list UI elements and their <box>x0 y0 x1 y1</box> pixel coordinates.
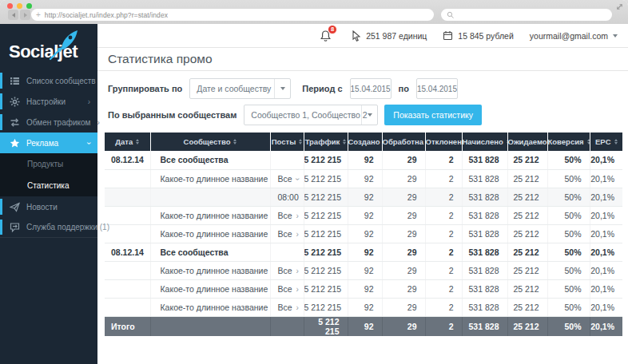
column-label: Отклонено <box>426 137 463 146</box>
sidebar-menu-bottom: Новости Служба поддержки (1) <box>0 196 97 238</box>
chevron-right-icon: › <box>296 230 299 239</box>
sidebar-item-label: Обмен трафиком <box>26 118 90 127</box>
period-to-input[interactable] <box>416 78 458 99</box>
metric-cell: 531 828 <box>462 151 507 169</box>
metric-cell: 531 828 <box>462 206 507 224</box>
posts-cell[interactable]: Все› <box>270 169 304 188</box>
table-footer: Итого5 212 21592292531 82825 21250%20,1% <box>105 316 622 336</box>
gear-icon <box>9 97 20 107</box>
money-balance[interactable]: 15 845 рублей <box>443 30 514 41</box>
totals-metric-cell: 92 <box>348 316 382 336</box>
table-row: Какое-то длинное названиеВсе›5 212 21592… <box>105 298 622 316</box>
column-header-9[interactable]: Коверсия <box>547 133 590 151</box>
metric-cell: 20,1% <box>590 169 622 188</box>
period-from-input[interactable] <box>350 78 392 99</box>
sidebar-item-news[interactable]: Новости <box>0 196 97 217</box>
sidebar-item-communities[interactable]: Список сообществ <box>0 70 97 91</box>
filter-row-1: Группировать по Дате и сообществу Период… <box>108 78 618 99</box>
communities-select[interactable]: Сообщество 1, Сообщество 2 <box>244 105 378 125</box>
sidebar-item-label: Служба поддержки (1) <box>26 223 109 231</box>
posts-cell[interactable]: Все› <box>270 261 304 279</box>
browser-search-field[interactable] <box>441 9 612 21</box>
logo[interactable]: Socialjet <box>0 24 97 70</box>
metric-cell: 29 <box>382 188 425 206</box>
show-statistics-button[interactable]: Показать статистику <box>384 105 482 125</box>
column-header-1[interactable]: Сообщество <box>150 133 270 151</box>
communities-value: Сообщество 1, Сообщество 2 <box>251 110 367 120</box>
column-header-2[interactable]: Посты <box>270 133 304 151</box>
sidebar-menu: Список сообществ Настройки › Обмен тра <box>0 70 97 153</box>
expand-icon[interactable] <box>615 2 624 11</box>
sidebar-subitem-label: Продукты <box>27 160 63 168</box>
column-header-3[interactable]: Траффик <box>304 133 348 151</box>
metric-cell: 29 <box>382 206 425 224</box>
browser-chrome: + http://socialjet.ru/index.php?r=stat/i… <box>0 0 628 24</box>
totals-metric-cell: 29 <box>382 316 425 336</box>
column-header-5[interactable]: Обработна <box>382 133 425 151</box>
metric-cell: 2 <box>425 151 462 169</box>
zoom-window-button[interactable] <box>26 3 32 9</box>
metric-cell: 20,1% <box>590 188 622 206</box>
column-label: Ожидаемо <box>508 137 547 146</box>
metric-cell: 50% <box>547 261 590 279</box>
sidebar-subitem-statistics[interactable]: Статистика <box>0 175 97 196</box>
user-account-menu[interactable]: yourmail@gmail.com <box>530 31 618 41</box>
column-header-0[interactable]: Дата <box>105 133 150 151</box>
community-cell: Какое-то длинное название <box>150 261 270 279</box>
date-cell: 08.12.14 <box>105 243 150 261</box>
minimize-window-button[interactable] <box>17 3 22 9</box>
group-by-select[interactable]: Дате и сообществу <box>189 78 291 99</box>
forward-icon <box>24 13 27 18</box>
metric-cell: 20,1% <box>590 279 622 298</box>
browser-window: + http://socialjet.ru/index.php?r=stat/i… <box>0 0 628 364</box>
metric-cell: 2 <box>425 224 462 243</box>
sidebar-item-label: Новости <box>26 203 58 212</box>
column-header-7[interactable]: Начислено <box>462 133 507 151</box>
posts-label: Все <box>278 174 292 184</box>
metric-cell: 25 212 <box>507 151 547 169</box>
sidebar-item-advertising[interactable]: Реклама › <box>0 133 97 153</box>
metric-cell: 50% <box>547 279 590 298</box>
column-header-4[interactable]: Создано <box>348 133 382 151</box>
posts-label: Все <box>278 211 292 220</box>
sidebar-subitem-products[interactable]: Продукты <box>0 153 97 175</box>
address-bar[interactable]: + http://socialjet.ru/index.php?r=stat/i… <box>31 9 434 21</box>
caret-down-icon <box>361 105 377 125</box>
group-by-value: Дате и сообществу <box>197 84 271 93</box>
sort-icon <box>587 139 590 144</box>
posts-cell[interactable]: Все› <box>270 206 304 224</box>
cursor-icon <box>351 30 361 42</box>
date-cell <box>105 206 150 224</box>
column-label: Дата <box>115 137 133 146</box>
chevron-right-icon: › <box>88 97 90 106</box>
sort-icon <box>233 139 236 144</box>
sidebar-item-settings[interactable]: Настройки › <box>0 91 97 112</box>
close-window-button[interactable] <box>7 3 13 9</box>
back-button[interactable] <box>8 10 18 20</box>
forward-button[interactable] <box>20 10 30 20</box>
metric-cell: 25 212 <box>507 169 547 188</box>
column-label: Посты <box>272 137 296 146</box>
date-cell <box>105 169 150 188</box>
metric-cell: 50% <box>547 243 590 261</box>
posts-cell[interactable]: Все› <box>270 224 304 243</box>
metric-cell: 25 212 <box>507 261 547 279</box>
sidebar-item-support[interactable]: Служба поддержки (1) <box>0 217 97 238</box>
column-header-10[interactable]: EPC <box>590 133 622 151</box>
units-balance[interactable]: 251 987 единиц <box>351 30 427 42</box>
posts-label: Все <box>278 284 292 294</box>
community-cell: Все сообщества <box>150 243 270 261</box>
posts-cell[interactable]: Все› <box>270 279 304 298</box>
metric-cell: 5 212 215 <box>304 298 348 316</box>
column-header-8[interactable]: Ожидаемо <box>507 133 547 151</box>
column-header-6[interactable]: Отклонено <box>425 133 462 151</box>
column-label: Обработна <box>383 137 423 146</box>
community-cell: Все сообщества <box>150 151 270 169</box>
metric-cell: 5 212 215 <box>304 279 348 298</box>
posts-cell[interactable]: Все› <box>270 298 304 316</box>
metric-cell: 20,1% <box>590 261 622 279</box>
metric-cell: 29 <box>382 279 425 298</box>
sidebar-item-traffic-exchange[interactable]: Обмен трафиком › <box>0 112 97 133</box>
notifications-button[interactable]: 8 <box>320 30 332 42</box>
posts-cell <box>270 243 304 261</box>
